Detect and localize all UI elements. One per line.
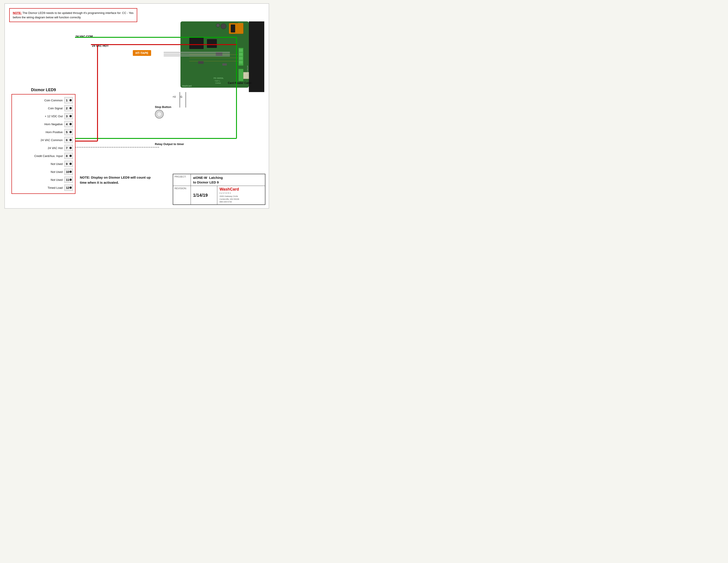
washcard-address: 2005 Gateway CircleCenterville, MN 55038… — [220, 195, 239, 203]
svg-rect-19 — [198, 61, 204, 64]
bottom-note-line1: NOTE: Display on Dixmor LED9 will count … — [80, 175, 151, 179]
svg-rect-13 — [239, 61, 243, 64]
dixmor-terminal-row: Not Used9 — [12, 160, 75, 168]
title-block: PROJECT: aiONE-W Latchingto Dixmor LED 9… — [173, 174, 265, 205]
ht-tape-label: HT-TAPE — [133, 50, 151, 56]
wire-label-24vac-com: 24 VAC COM — [75, 35, 93, 38]
terminal-label: Not Used — [14, 170, 64, 173]
terminal-label: 24 VAC Hot — [14, 146, 64, 150]
main-container: NOTE: The Dixmor LED9 needs to be update… — [4, 3, 269, 209]
svg-rect-7 — [189, 37, 204, 49]
bottom-note: NOTE: Display on Dixmor LED9 will count … — [80, 175, 164, 185]
terminal-label: Timed Load — [14, 186, 64, 189]
project-value: aiONE-W Latchingto Dixmor LED 9 — [191, 174, 265, 186]
washcard-systems: systems — [220, 192, 231, 194]
dixmor-terminal-row: 24 VAC Hot7 — [12, 144, 75, 152]
terminal-number-box: 2 — [64, 105, 73, 111]
terminal-label: Credit Card/Aux. Input — [14, 154, 64, 158]
svg-text:aiONE-W Rev 3: aiONE-W Rev 3 — [247, 66, 249, 78]
stop-button-inner — [157, 111, 162, 117]
terminal-dot — [69, 147, 72, 149]
terminal-dot — [69, 186, 72, 189]
washcard-wash: Wash — [220, 187, 230, 191]
terminal-number-box: 5 — [64, 129, 73, 135]
vg-labels: +V G — [173, 95, 182, 98]
svg-text:T337-L: T337-L — [215, 80, 220, 82]
svg-text:PE-S8059L: PE-S8059L — [214, 77, 224, 79]
note-text: The Dixmor LED9 needs to be updated thro… — [13, 11, 133, 19]
title-block-row-project: PROJECT: aiONE-W Latchingto Dixmor LED 9 — [173, 174, 265, 186]
title-block-row-revision: REVISION: 1/14/19 WashCard systems 2005 … — [173, 186, 265, 204]
dixmor-title: Dixmor LED9 — [11, 88, 75, 92]
terminal-number-box: 7 — [64, 145, 73, 151]
dixmor-terminal-row: Horn Positive5 — [12, 128, 75, 136]
terminal-dot — [69, 123, 72, 125]
terminal-number-box: 1 — [64, 97, 73, 103]
terminal-number-box: 11 — [64, 177, 73, 183]
dixmor-terminal-row: Not Used11 — [12, 176, 75, 184]
svg-rect-18 — [216, 52, 222, 56]
dixmor-terminal-row: Coin Common1 — [12, 96, 75, 104]
terminal-dot — [69, 155, 72, 157]
terminal-label: Coin Signal — [14, 107, 64, 110]
dixmor-terminal-box: Coin Common1Coin Signal2+ 12 VDC Out3Hor… — [11, 94, 75, 194]
relay-output-label: Relay Output to timer — [155, 142, 184, 146]
terminal-dot — [69, 107, 72, 109]
svg-text:WashCard: WashCard — [182, 85, 191, 87]
washcard-card: Card — [230, 187, 239, 191]
terminal-dot — [69, 139, 72, 141]
dixmor-terminal-row: Timed Load12 — [12, 184, 75, 192]
v-plus-label: +V — [173, 95, 176, 98]
pcb-board: PE-S8059L T337-L CHINA aiONE-W Rev 3 Was… — [180, 21, 264, 92]
terminal-label: Horn Negative — [14, 122, 64, 126]
dixmor-terminal-row: + 12 VDC Out3 — [12, 112, 75, 120]
terminal-label: Not Used — [14, 162, 64, 165]
svg-rect-10 — [239, 49, 243, 52]
stop-button-area: Stop Button — [155, 105, 171, 118]
terminal-label: Not Used — [14, 178, 64, 181]
dixmor-led9-section: Dixmor LED9 Coin Common1Coin Signal2+ 12… — [11, 88, 75, 194]
terminal-label: Coin Common — [14, 99, 64, 102]
svg-rect-4 — [231, 24, 235, 32]
svg-point-6 — [216, 24, 220, 27]
terminal-number-box: 10 — [64, 169, 73, 175]
svg-rect-20 — [222, 63, 227, 66]
washcard-logo: WashCard — [220, 187, 239, 192]
svg-rect-14 — [238, 69, 243, 81]
terminal-number-box: 4 — [64, 121, 73, 127]
terminal-dot — [69, 163, 72, 165]
revision-value: 1/14/19 — [191, 186, 217, 204]
svg-rect-12 — [239, 57, 243, 60]
svg-point-5 — [221, 24, 226, 29]
dixmor-terminal-row: Coin Signal2 — [12, 104, 75, 112]
terminal-number-box: 9 — [64, 161, 73, 167]
project-label: PROJECT: — [173, 174, 191, 186]
dixmor-terminal-row: 24 VAC Common6 — [12, 136, 75, 144]
bottom-note-line2: time when it is activated. — [80, 180, 119, 184]
terminal-number-box: 3 — [64, 113, 73, 119]
stop-button-label: Stop Button — [155, 105, 171, 109]
terminal-number-box: 6 — [64, 137, 73, 143]
dixmor-terminal-row: Not Used10 — [12, 168, 75, 176]
terminal-number-box: 8 — [64, 153, 73, 159]
terminal-dot — [69, 99, 72, 101]
terminal-number-box: 12 — [64, 184, 73, 191]
revision-label-text: REVISION: — [174, 187, 187, 190]
stop-button-circle — [155, 110, 164, 118]
svg-rect-11 — [239, 53, 243, 56]
terminal-label: 24 VAC Common — [14, 138, 64, 142]
svg-text:CHINA: CHINA — [215, 82, 221, 84]
note-box: NOTE: The Dixmor LED9 needs to be update… — [9, 8, 137, 22]
dixmor-terminal-row: Horn Negative4 — [12, 120, 75, 128]
g-label: G — [180, 95, 182, 98]
terminal-label: + 12 VDC Out — [14, 115, 64, 118]
terminal-dot — [69, 171, 72, 173]
svg-rect-8 — [207, 39, 217, 48]
terminal-dot — [69, 179, 72, 181]
dixmor-terminal-row: Credit Card/Aux. Input8 — [12, 152, 75, 160]
revision-label: REVISION: — [173, 186, 191, 204]
washcard-logo-area: WashCard systems 2005 Gateway CircleCent… — [217, 186, 265, 204]
terminal-dot — [69, 131, 72, 133]
terminal-dot — [69, 115, 72, 117]
project-value-text: aiONE-W Latchingto Dixmor LED 9 — [193, 176, 223, 184]
